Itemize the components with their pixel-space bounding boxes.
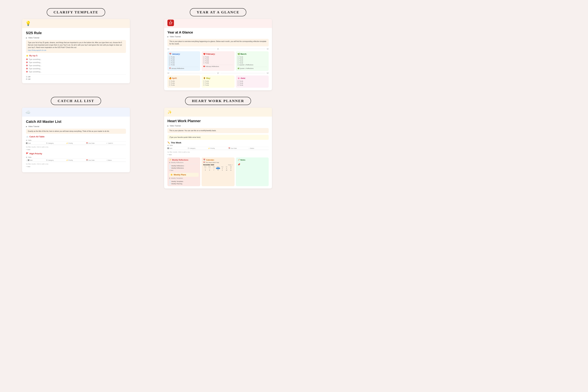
calendar-date-badge: 📅 17	[168, 20, 174, 26]
new-row-2[interactable]: + New	[26, 166, 126, 168]
table-icon-3: ⊞	[168, 144, 169, 146]
next-button[interactable]: >	[232, 164, 233, 166]
calendar-icon: 📅	[203, 159, 206, 161]
clarify-info-box: Type your list of top 25 goals, dreams, …	[26, 40, 126, 53]
hwp-video-toggle[interactable]: ▶ Video Tutorial	[168, 125, 269, 127]
hwp-card: ✨ Heart Work Planner ▶ Video Tutorial Th…	[164, 108, 272, 188]
table-header-1: 🅰 Task ☰ Category ⚡ Priority 📅 Due Date …	[26, 142, 126, 145]
february-cell: ❤️ February: To-do To-do To-do To-do ❤️ …	[202, 51, 234, 71]
calendar-mini: November 2023 Today > Sun Mon Tue Wed Th…	[203, 164, 233, 171]
sun-icon: ☀️	[170, 174, 173, 176]
reflections-new-row[interactable]: + New	[169, 169, 198, 172]
table-header-2: ✓ 🅰 Task ☰ Category ⚡ Priority 📅 Due Dat…	[26, 160, 126, 162]
notes-icon: 📝	[238, 159, 240, 161]
this-week-table-header: 🅰 Task ☰ Category ⚡ Priority 📅 Due Date …	[168, 148, 269, 150]
yag-video-toggle[interactable]: ▶ Video Tutorial	[168, 36, 269, 38]
high-priority-section-title: 🚩 High Priority	[26, 152, 126, 155]
year-at-glance-quadrant: YEAR AT A GLANCE 📅 17 Year at A Glance ▶…	[147, 5, 289, 94]
hwp-no-filter: No filter results. Click to add a row.	[168, 150, 269, 154]
weekly-reflections-card: ✨ Weekly Reflections ⊞ Weekly Reflection…	[168, 158, 200, 186]
card-title: 5/25 Rule	[26, 31, 126, 35]
new-row-1[interactable]: + New	[26, 148, 126, 151]
hwp-card-header: ✨	[164, 108, 272, 116]
hwp-label: HEART WORK PLANNER	[185, 97, 251, 105]
video-tutorial-toggle[interactable]: ▶ Video Tutorial	[26, 37, 126, 39]
pin-icon: 📌	[238, 163, 240, 166]
list-item-2: 2. List	[26, 78, 126, 80]
weekly-planning-link[interactable]: 📄 Weekly Planning	[169, 182, 198, 185]
star-icon-2: ✨	[168, 110, 172, 114]
march-cell: 🌿 March: To-do To-do To-do To-do Quarter…	[236, 51, 269, 71]
weekly-plans-title: ☀️ Weekly Plans	[169, 173, 198, 177]
catch-info-box: Exactly as the title of this list, here …	[26, 129, 126, 134]
calendar-doc-link[interactable]: 📅 The Heart Work Year	[203, 162, 233, 163]
calendar-doc-icon: 📅	[203, 162, 205, 163]
hwp-card-body: Heart Work Planner ▶ Video Tutorial This…	[164, 116, 272, 188]
yag-card-body: Year at A Glance ▶ Video Tutorial This i…	[164, 28, 272, 90]
cloud2-icon: ☁️	[26, 136, 28, 138]
notes-card: 📝 Notes 📌	[236, 158, 269, 186]
clarify-card-body: 5/25 Rule ▶ Video Tutorial Type your lis…	[22, 28, 130, 83]
january-cell: 📅 January: To-do To-do To-do To-do To-do…	[168, 51, 200, 71]
table-icon: ⊞	[26, 140, 27, 141]
table-label-2: ⊞ Table	[26, 156, 126, 159]
plus-icon-3: +	[168, 154, 168, 156]
hwp-title: Heart Work Planner	[168, 119, 269, 123]
task-item-1: Type something...	[26, 58, 126, 61]
plus-icon-4: +	[169, 170, 170, 171]
q2-divider: Q2 Q2 Q2	[168, 72, 269, 74]
yag-card-header: 📅 17	[164, 19, 272, 28]
task-item-2: Type something...	[26, 61, 126, 64]
sparkle-icon: ✨	[169, 159, 171, 161]
high-priority-table: ⊞ Table ✓ 🅰 Task ☰ Category ⚡ Priority 📅…	[26, 156, 126, 168]
toggle-icon: ▶	[26, 37, 27, 39]
hwp-three-col: ✨ Weekly Reflections ⊞ Weekly Reflection…	[168, 158, 269, 186]
clarify-template-label: CLARIFY TEMPLATE	[47, 8, 105, 16]
plus-icon: +	[26, 149, 27, 150]
task-item-3: Type something...	[26, 64, 126, 67]
table-icon-2: ⊞	[26, 156, 27, 158]
catch-all-section-title: ☁️ Catch All Table	[26, 136, 126, 138]
yag-title: Year at A Glance	[168, 30, 269, 34]
heart-work-planner-quadrant: HEART WORK PLANNER ✨ Heart Work Planner …	[147, 94, 289, 192]
cal-day-headers: Sun Mon Tue Wed Thu Fri Sat	[203, 166, 233, 168]
this-week-table-label: ⊞ Table	[168, 144, 269, 147]
catch-all-table: ⊞ Table 🅰 Task ☰ Category ⚡ Priority 📅 D…	[26, 140, 126, 151]
cal-row-1: 29 30 31 1 2 3 4	[203, 168, 233, 169]
doc-icon-2: 📄	[169, 167, 171, 169]
my-top5-header: ⭐ My top 5:	[26, 54, 126, 57]
hwp-info-box-2: (Type your favorite quote/ bible verse h…	[168, 135, 269, 140]
clarify-template-quadrant: CLARIFY TEMPLATE 💡 5/25 Rule ▶ Video Tut…	[5, 5, 147, 94]
table-icon-5: ⊞	[169, 178, 170, 179]
divider	[26, 74, 126, 74]
notes-content: 📌	[238, 162, 267, 166]
catch-all-quadrant: CATCH ALL LIST ☁️ Catch All Master List …	[5, 94, 147, 192]
task-list: Type something... Type something... Type…	[26, 58, 126, 73]
doc-icon: 📄	[169, 165, 171, 166]
this-week-section: ✏️ This Week ⊞ Table 🅰 Task ☰ Category ⚡…	[168, 142, 269, 156]
weekly-templates-link[interactable]: 📄 Weekly Templates	[169, 180, 198, 182]
calendar-card: 📅 Calendar: 📅 The Heart Work Year Novemb…	[202, 158, 234, 186]
today-button[interactable]: Today	[228, 164, 232, 166]
year-glance-card: 📅 17 Year at A Glance ▶ Video Tutorial T…	[164, 19, 272, 90]
cloud-icon: ☁️	[25, 110, 30, 115]
clarify-card-header: 💡	[22, 19, 130, 28]
doc-icon-3: 📄	[169, 181, 171, 182]
pencil-icon: ✏️	[168, 142, 170, 144]
catch-all-label: CATCH ALL LIST	[51, 97, 101, 105]
hwp-info-box-1: This is your planner. You can use this o…	[168, 128, 269, 133]
hwp-new-row[interactable]: + New	[168, 154, 269, 156]
weekly-reflections-link-1[interactable]: 📄 Weekly Reflections -	[169, 165, 198, 167]
catch-all-title: Catch All Master List	[26, 120, 126, 124]
catch-video-toggle[interactable]: ▶ Video Tutorial	[26, 126, 126, 128]
task-item-4: Type something...	[26, 67, 126, 70]
plus-icon-2: +	[26, 166, 27, 168]
catch-all-card: ☁️ Catch All Master List ▶ Video Tutoria…	[22, 108, 130, 172]
doc-icon-4: 📄	[169, 183, 171, 184]
list-item-1: 1. List	[26, 76, 126, 78]
weekly-reflections-link-2[interactable]: 📄 Weekly Reflections	[169, 167, 198, 169]
no-filter-1: No filter results. Click to add a row.	[26, 146, 126, 148]
cal-row-2: 5 6 7 8 9 10 11	[203, 169, 233, 171]
may-cell: 🌻 May: To-do To-do To-do	[202, 76, 234, 88]
april-cell: 🍊 April: To-do To-do To-do	[168, 76, 200, 88]
